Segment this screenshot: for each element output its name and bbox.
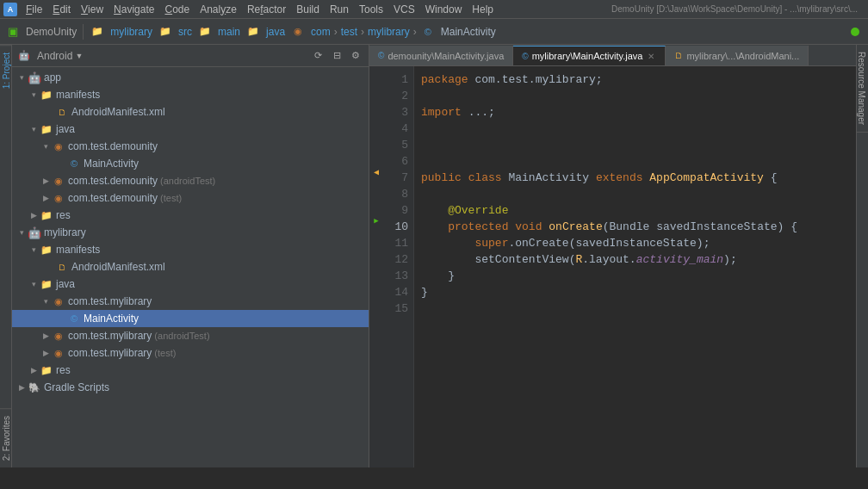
folder-manifests-app-icon: 📁: [40, 88, 53, 102]
tree-label-com-demounity-androidtest: com.test.demounity: [68, 175, 158, 187]
project-view-selector[interactable]: Android ▼: [37, 50, 83, 62]
tree-item-mylibrary[interactable]: ▾ 🤖 mylibrary: [12, 224, 369, 241]
toolbar-com-icon[interactable]: ◉: [288, 22, 307, 41]
gutter-line-5: [369, 132, 383, 148]
p10a: (: [603, 219, 610, 235]
tree-item-androidmanifest-app[interactable]: 🗋 AndroidManifest.xml: [12, 103, 369, 121]
toolbar-project-icon[interactable]: ▣: [3, 22, 22, 41]
tree-item-app[interactable]: ▾ 🤖 app: [12, 69, 369, 86]
sidebar-tab-favorites[interactable]: 2: Favorites: [0, 408, 11, 467]
menu-window[interactable]: Window: [420, 0, 468, 18]
menu-build[interactable]: Build: [291, 0, 325, 18]
toolbar-mylibrary[interactable]: mylibrary: [108, 26, 154, 38]
toolbar-test[interactable]: test: [339, 26, 359, 38]
sync-files-button[interactable]: ⟳: [310, 48, 326, 64]
tree-arrow-java-app: ▾: [28, 123, 40, 135]
tree-item-com-demounity[interactable]: ▾ ◉ com.test.demounity: [12, 138, 369, 155]
tree-item-manifests-lib[interactable]: ▾ 📁 manifests: [12, 241, 369, 258]
gutter-line-3: [369, 99, 383, 115]
toolbar-src[interactable]: src: [177, 26, 194, 38]
toolbar-activity-icon[interactable]: ©: [418, 22, 437, 41]
tab-demounity-mainactivity[interactable]: © demounity\MainActivity.java: [369, 46, 513, 65]
package-demounity-test-icon: ◉: [52, 191, 65, 205]
code-line-15: [421, 300, 856, 317]
menu-analyze[interactable]: Analyze: [195, 0, 242, 18]
gutter-line-7: ◀: [369, 164, 383, 181]
code-editor[interactable]: ◀ ▶ 1 2 3 4 5 6 7: [369, 66, 856, 467]
main-layout: 1: Project 2: Favorites 🤖 Android ▼ ⟳ ⊟ …: [0, 45, 868, 467]
s7d: [764, 170, 771, 186]
tree-label-com-mylibrary-androidtest: com.test.mylibrary: [68, 330, 152, 342]
tree-label-res-app: res: [56, 209, 71, 221]
toolbar: ▣ DemoUnity 📁 mylibrary 📁 src 📁 main 📁 j…: [0, 19, 868, 45]
toolbar-java[interactable]: java: [264, 26, 287, 38]
tree-item-com-demounity-test[interactable]: ▶ ◉ com.test.demounity (test): [12, 189, 369, 207]
gutter-line-10: ▶: [369, 214, 383, 230]
s7b: [502, 170, 509, 186]
menu-code[interactable]: Code: [159, 0, 195, 18]
kw-extends-7: extends: [596, 170, 643, 186]
toolbar-main-icon[interactable]: 📁: [195, 22, 214, 41]
no-arrow-2: [55, 158, 67, 170]
linenum-14: 14: [383, 284, 408, 300]
indent-13: [421, 268, 448, 284]
tree-item-com-mylibrary-androidtest[interactable]: ▶ ◉ com.test.mylibrary (androidTest): [12, 327, 369, 344]
menu-view[interactable]: View: [76, 0, 108, 18]
toolbar-project-label[interactable]: DemoUnity: [24, 26, 78, 38]
toolbar-com[interactable]: com: [309, 26, 332, 38]
bookmark-line7[interactable]: ◀: [374, 164, 379, 181]
tree-item-gradle-scripts[interactable]: ▶ 🐘 Gradle Scripts: [12, 379, 369, 396]
linenum-13: 13: [383, 268, 408, 284]
tree-label-manifests-lib: manifests: [56, 244, 100, 256]
punct-1: ;: [596, 71, 603, 88]
tree-arrow-mylibrary: ▾: [16, 226, 28, 238]
filter-button[interactable]: ⊟: [329, 48, 344, 64]
toolbar-folder-icon[interactable]: 📁: [88, 22, 107, 41]
menu-navigate[interactable]: Navigate: [108, 0, 159, 18]
setcontentview-12: setContentView(: [474, 251, 575, 268]
tree-item-mainactivity-app[interactable]: © MainActivity: [12, 155, 369, 172]
settings-button[interactable]: ⚙: [348, 48, 363, 64]
toolbar-main[interactable]: main: [216, 26, 242, 38]
tree-item-java-lib[interactable]: ▾ 📁 java: [12, 275, 369, 293]
toolbar-java-icon[interactable]: 📁: [244, 22, 263, 41]
tab-mylibrary-mainactivity[interactable]: © mylibrary\MainActivity.java ✕: [513, 46, 666, 65]
module-app-icon: 🤖: [28, 71, 41, 84]
gutter-line-11: [369, 230, 383, 246]
linenum-3: 3: [383, 104, 408, 121]
right-tab-resource-manager[interactable]: Resource Manager: [857, 45, 868, 133]
tree-item-res-app[interactable]: ▶ 📁 res: [12, 207, 369, 224]
menu-run[interactable]: Run: [325, 0, 354, 18]
tab-androidmani[interactable]: 🗋 mylibrary\...\AndroidMani...: [666, 46, 809, 65]
space-3: [462, 104, 468, 121]
menu-help[interactable]: Help: [467, 0, 499, 18]
code-line-13: }: [421, 268, 856, 284]
tree-item-androidmanifest-lib[interactable]: 🗋 AndroidManifest.xml: [12, 258, 369, 275]
run-button-line10[interactable]: ▶: [374, 214, 378, 230]
tree-item-mainactivity-lib[interactable]: © MainActivity: [12, 310, 369, 327]
tree-label-res-lib: res: [56, 364, 71, 376]
tree-label-manifests-app: manifests: [56, 89, 100, 101]
toolbar-src-icon[interactable]: 📁: [156, 22, 175, 41]
code-space: [468, 71, 475, 88]
linenum-1: 1: [383, 71, 408, 88]
tree-arrow-java-lib: ▾: [28, 278, 40, 290]
menu-refactor[interactable]: Refactor: [242, 0, 291, 18]
menu-file[interactable]: File: [21, 0, 47, 18]
gutter-line-14: [369, 279, 383, 295]
tree-item-manifests-app[interactable]: ▾ 📁 manifests: [12, 86, 369, 103]
sidebar-tab-project[interactable]: 1: Project: [0, 45, 11, 96]
code-content[interactable]: package com.test.mylibrary; import ...; …: [414, 66, 856, 467]
toolbar-mylibrary2[interactable]: mylibrary: [366, 26, 412, 38]
tree-arrow-demounity-test: ▶: [40, 192, 52, 204]
tree-item-res-lib[interactable]: ▶ 📁 res: [12, 362, 369, 379]
tree-item-com-demounity-androidtest[interactable]: ▶ ◉ com.test.demounity (androidTest): [12, 172, 369, 189]
tree-item-com-mylibrary[interactable]: ▾ ◉ com.test.mylibrary: [12, 293, 369, 310]
tree-item-com-mylibrary-test[interactable]: ▶ ◉ com.test.mylibrary (test): [12, 344, 369, 362]
menu-tools[interactable]: Tools: [354, 0, 388, 18]
tree-label-mainactivity-app: MainActivity: [84, 158, 139, 170]
menu-vcs[interactable]: VCS: [388, 0, 420, 18]
tree-item-java-app[interactable]: ▾ 📁 java: [12, 121, 369, 138]
menu-edit[interactable]: Edit: [47, 0, 76, 18]
tab-close-mylibrary[interactable]: ✕: [646, 51, 656, 61]
